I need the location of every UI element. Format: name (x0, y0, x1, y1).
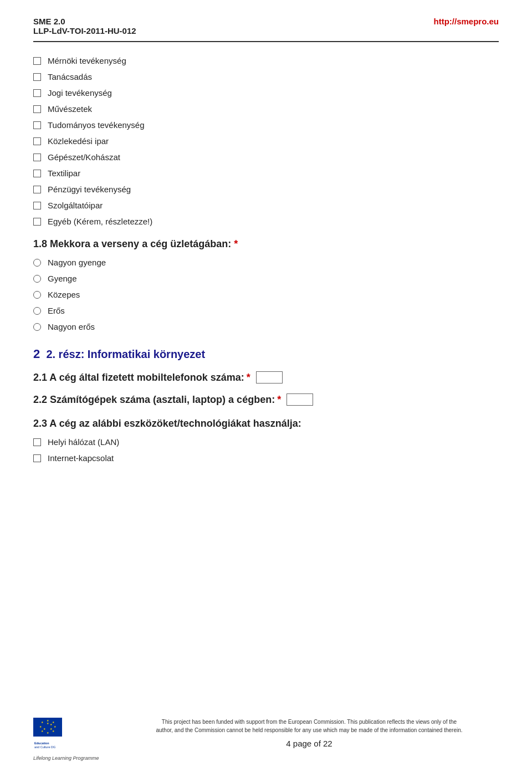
input-mobiltelefonok[interactable] (256, 371, 283, 384)
radio-eros[interactable] (33, 307, 41, 315)
checkbox-label: Közlekedési ipar (48, 136, 109, 146)
list-item: Gépészet/Kohászat (33, 152, 499, 162)
header-divider (33, 41, 499, 42)
list-item: Internet-kapcsolat (33, 453, 499, 463)
checkbox-label: Mérnöki tevékenység (48, 56, 126, 65)
header-subtitle: LLP-LdV-TOI-2011-HU-012 (33, 26, 136, 35)
eu-flag-icon: ★ ★ ★ ★ ★ ★ ★ ★ ★ ★ ★ ★ (33, 718, 62, 737)
checkbox-label: Helyi hálózat (LAN) (48, 437, 119, 447)
header-link[interactable]: http://smepro.eu (433, 17, 499, 26)
list-item: Pénzügyi tevékenység (33, 185, 499, 194)
checkbox-muveszetek[interactable] (33, 105, 41, 113)
list-item: Helyi hálózat (LAN) (33, 437, 499, 447)
section-1-8-heading: 1.8 Mekkora a verseny a cég üzletágában:… (33, 238, 499, 250)
edu-culture-icon: Education and Culture DG (33, 739, 72, 754)
section-2-heading: 2 2. rész: Informatikai környezet (33, 347, 499, 361)
checkbox-label: Jogi tevékenység (48, 88, 112, 98)
list-item: Nagyon gyenge (33, 258, 499, 267)
required-star-2-2: * (277, 394, 281, 406)
edu-logo-area: Education and Culture DG (33, 739, 72, 754)
llp-label: Lifelong Learning Programme (33, 755, 99, 761)
checkbox-label: Pénzügyi tevékenység (48, 185, 131, 194)
footer: ★ ★ ★ ★ ★ ★ ★ ★ ★ ★ ★ ★ Edu (0, 709, 532, 772)
list-item: Szolgáltatóipar (33, 201, 499, 210)
checkbox-textilipar[interactable] (33, 170, 41, 177)
question-2-1: 2.1 A cég által fizetett mobiltelefonok … (33, 371, 499, 384)
checkbox-label: Egyéb (Kérem, részletezze!) (48, 217, 152, 226)
radio-label: Gyenge (48, 274, 77, 283)
checkbox-internet[interactable] (33, 454, 41, 462)
checkbox-tudomanyos[interactable] (33, 121, 41, 129)
radio-label: Nagyon erős (48, 322, 95, 331)
list-item: Művészetek (33, 104, 499, 114)
checkbox-label: Tudományos tevékenység (48, 120, 145, 130)
radio-nagyon-gyenge[interactable] (33, 259, 41, 267)
footer-page-number: 4 page of 22 (282, 739, 337, 748)
checkbox-meernoki[interactable] (33, 57, 41, 65)
list-item: Nagyon erős (33, 322, 499, 331)
footer-disclaimer: This project has been funded with suppor… (154, 718, 464, 734)
list-item: Mérnöki tevékenység (33, 56, 499, 65)
list-item: Erős (33, 306, 499, 315)
checkbox-gepeszet[interactable] (33, 154, 41, 161)
list-item: Tudományos tevékenység (33, 120, 499, 130)
checkbox-tanacsadas[interactable] (33, 73, 41, 81)
checkbox-label: Művészetek (48, 104, 92, 114)
header-left: SME 2.0 LLP-LdV-TOI-2011-HU-012 (33, 17, 136, 35)
header-title: SME 2.0 (33, 17, 136, 26)
svg-text:and Culture DG: and Culture DG (34, 745, 55, 749)
checkbox-penzugyi[interactable] (33, 186, 41, 193)
svg-text:Education: Education (34, 742, 49, 745)
checkbox-label: Gépészet/Kohászat (48, 152, 120, 162)
radio-gyenge[interactable] (33, 275, 41, 283)
header: SME 2.0 LLP-LdV-TOI-2011-HU-012 http://s… (33, 17, 499, 35)
radio-kozepes[interactable] (33, 291, 41, 299)
list-item: Gyenge (33, 274, 499, 283)
list-item: Jogi tevékenység (33, 88, 499, 98)
checkbox-egyeb[interactable] (33, 218, 41, 226)
footer-logo-area: ★ ★ ★ ★ ★ ★ ★ ★ ★ ★ ★ ★ Edu (33, 718, 144, 761)
checkbox-szolgaltato[interactable] (33, 202, 41, 209)
checkbox-label: Internet-kapcsolat (48, 453, 114, 463)
list-item: Tanácsadás (33, 72, 499, 81)
radio-nagyon-eros[interactable] (33, 323, 41, 331)
checkbox-list-2-3: Helyi hálózat (LAN) Internet-kapcsolat (33, 437, 499, 463)
input-szamitogepek[interactable] (287, 393, 313, 406)
question-2-2: 2.2 Számítógépek száma (asztali, laptop)… (33, 393, 499, 406)
footer-center: This project has been funded with suppor… (154, 718, 464, 748)
checkbox-label: Textilipar (48, 168, 80, 178)
page: SME 2.0 LLP-LdV-TOI-2011-HU-012 http://s… (0, 0, 532, 772)
checkbox-jogi[interactable] (33, 89, 41, 97)
checkbox-label: Szolgáltatóipar (48, 201, 103, 210)
list-item: Textilipar (33, 168, 499, 178)
radio-label: Nagyon gyenge (48, 258, 106, 267)
radio-group-1-8: Nagyon gyenge Gyenge Közepes Erős Nagyon… (33, 258, 499, 331)
list-item: Közlekedési ipar (33, 136, 499, 146)
section-2-3-heading: 2.3 A cég az alábbi eszközöket/technológ… (33, 418, 499, 430)
checkbox-list: Mérnöki tevékenység Tanácsadás Jogi tevé… (33, 56, 499, 226)
checkbox-kozlekedes[interactable] (33, 137, 41, 145)
checkbox-label: Tanácsadás (48, 72, 92, 81)
list-item: Közepes (33, 290, 499, 299)
radio-label: Közepes (48, 290, 80, 299)
required-star-1-8: * (234, 238, 238, 249)
checkbox-lan[interactable] (33, 438, 41, 446)
required-star-2-1: * (247, 372, 250, 384)
radio-label: Erős (48, 306, 65, 315)
list-item: Egyéb (Kérem, részletezze!) (33, 217, 499, 226)
footer-inner: ★ ★ ★ ★ ★ ★ ★ ★ ★ ★ ★ ★ Edu (33, 718, 464, 761)
